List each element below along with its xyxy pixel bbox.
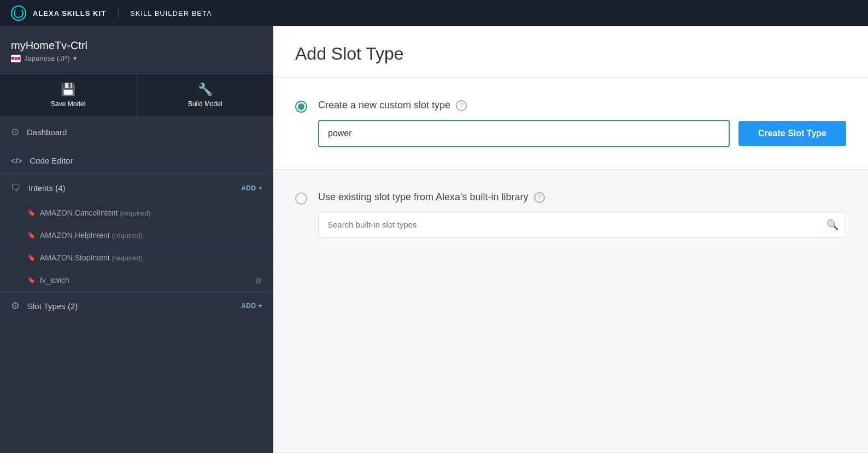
locale-chevron-icon: ▾ (73, 54, 77, 62)
top-header: ALEXA SKILLS KIT | SKILL BUILDER BETA (0, 0, 868, 26)
skill-name: myHomeTv-Ctrl (11, 39, 262, 52)
builtin-option-row: Use existing slot type from Alexa's buil… (295, 191, 846, 237)
slot-type-input-row: Create Slot Type (318, 120, 846, 147)
slot-types-label: Slot Types (2) (27, 301, 233, 311)
code-icon: </> (11, 156, 22, 165)
bookmark-icon-cancel: 🔖 (27, 209, 36, 217)
intent-cancel-label: AMAZON.CancelIntent (required) (40, 208, 151, 217)
slot-types-add-button[interactable]: ADD + (241, 302, 262, 310)
alexa-logo (11, 5, 26, 21)
save-model-label: Save Model (51, 100, 85, 108)
custom-slot-section: Create a new custom slot type ? Create S… (273, 78, 868, 170)
custom-option-content: Create a new custom slot type ? Create S… (318, 100, 846, 147)
custom-radio-button[interactable] (295, 101, 307, 113)
custom-option-row: Create a new custom slot type ? Create S… (295, 100, 846, 147)
intent-item-cancel[interactable]: 🔖 AMAZON.CancelIntent (required) (0, 202, 273, 224)
skill-locale[interactable]: Japanese (JP) ▾ (11, 54, 262, 62)
sidebar: myHomeTv-Ctrl Japanese (JP) ▾ 💾 Save Mod… (0, 26, 273, 453)
header-subtitle: SKILL BUILDER BETA (130, 9, 212, 18)
save-icon: 💾 (61, 83, 75, 97)
toolbar: 💾 Save Model 🔧 Build Model (0, 74, 273, 117)
page-title-area: Add Slot Type (273, 26, 868, 78)
search-builtin-input[interactable] (318, 212, 846, 237)
delete-intent-icon[interactable]: 🗑 (255, 276, 262, 284)
intents-icon: 🗨 (11, 182, 21, 194)
intent-tv-label: tv_swich (40, 276, 69, 284)
search-input-wrapper: 🔍 (318, 212, 846, 237)
intent-help-label: AMAZON.HelpIntent (required) (40, 231, 143, 240)
slot-type-name-input[interactable] (318, 120, 730, 147)
alexa-logo-ring (14, 8, 24, 18)
intent-item-stop[interactable]: 🔖 AMAZON.StopIntent (required) (0, 247, 273, 269)
builtin-help-icon[interactable]: ? (534, 192, 545, 203)
create-slot-type-button[interactable]: Create Slot Type (738, 121, 846, 146)
header-divider: | (117, 8, 119, 18)
custom-help-icon[interactable]: ? (456, 100, 467, 111)
page-title: Add Slot Type (295, 44, 846, 64)
sidebar-item-intents[interactable]: 🗨 Intents (4) ADD + (0, 175, 273, 202)
locale-label: Japanese (JP) (24, 54, 70, 62)
main-content: Add Slot Type Create a new custom slot t… (273, 26, 868, 453)
sidebar-item-dashboard[interactable]: ⊙ Dashboard (0, 117, 273, 147)
sidebar-item-code-editor[interactable]: </> Code Editor (0, 147, 273, 175)
intent-item-tv-swich[interactable]: 🔖 tv_swich 🗑 (0, 269, 273, 292)
intent-stop-label: AMAZON.StopIntent (required) (40, 253, 143, 262)
builtin-option-label: Use existing slot type from Alexa's buil… (318, 191, 846, 203)
custom-option-label: Create a new custom slot type ? (318, 100, 846, 111)
main-layout: myHomeTv-Ctrl Japanese (JP) ▾ 💾 Save Mod… (0, 26, 868, 453)
sidebar-item-slot-types[interactable]: ⚙ Slot Types (2) ADD + (0, 292, 273, 320)
intents-add-button[interactable]: ADD + (241, 184, 262, 192)
skill-name-area: myHomeTv-Ctrl Japanese (JP) ▾ (0, 26, 273, 74)
intent-item-help[interactable]: 🔖 AMAZON.HelpIntent (required) (0, 224, 273, 247)
dashboard-icon: ⊙ (11, 126, 19, 138)
slot-types-icon: ⚙ (11, 300, 20, 312)
intents-label: Intents (4) (28, 183, 233, 193)
bookmark-icon-stop: 🔖 (27, 254, 36, 262)
dashboard-label: Dashboard (27, 127, 67, 137)
builtin-radio-button[interactable] (295, 193, 307, 205)
builtin-option-content: Use existing slot type from Alexa's buil… (318, 191, 846, 237)
build-icon: 🔧 (198, 83, 213, 97)
bookmark-icon-tv: 🔖 (27, 276, 36, 284)
search-icon: 🔍 (826, 219, 838, 231)
app-name: ALEXA SKILLS KIT (33, 9, 106, 18)
builtin-slot-section: Use existing slot type from Alexa's buil… (273, 170, 868, 453)
save-model-button[interactable]: 💾 Save Model (0, 74, 137, 117)
nav-section: ⊙ Dashboard </> Code Editor 🗨 Intents (4… (0, 117, 273, 453)
build-model-button[interactable]: 🔧 Build Model (137, 74, 274, 117)
bookmark-icon-help: 🔖 (27, 231, 36, 239)
radio-inner-custom (298, 103, 304, 110)
build-model-label: Build Model (188, 100, 222, 108)
flag-icon (11, 55, 21, 62)
code-editor-label: Code Editor (30, 156, 73, 165)
